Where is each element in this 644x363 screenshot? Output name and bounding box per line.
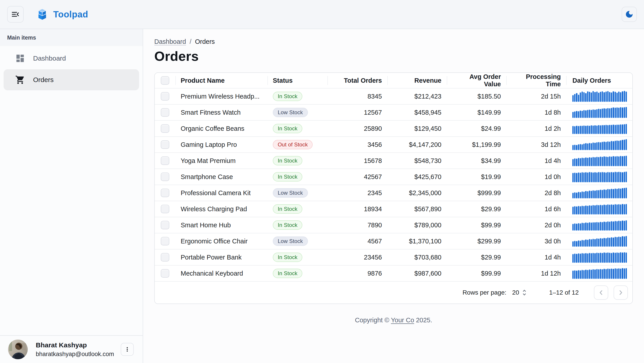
table-header-row: Product Name Status Total Orders Revenue…: [155, 73, 632, 88]
table-row[interactable]: Ergonomic Office Chair Low Stock 4567 $1…: [155, 233, 632, 249]
row-checkbox[interactable]: [161, 253, 169, 262]
sidebar-item-dashboard[interactable]: Dashboard: [4, 48, 139, 69]
product-name-cell: Portable Power Bank: [181, 254, 242, 261]
table-row[interactable]: Organic Coffee Beans In Stock 25890 $129…: [155, 120, 632, 136]
processing-time-cell: 1d 6h: [506, 201, 566, 217]
table-row[interactable]: Mechanical Keyboard In Stock 9876 $987,6…: [155, 265, 632, 281]
row-checkbox[interactable]: [161, 189, 169, 197]
product-name-cell: Yoga Mat Premium: [181, 157, 236, 165]
processing-time-cell: 1d 12h: [506, 266, 566, 281]
theme-toggle-button[interactable]: [622, 7, 637, 22]
row-checkbox[interactable]: [161, 237, 169, 245]
avg-order-value-cell: $29.99: [447, 249, 506, 265]
status-label: In Stock: [278, 270, 298, 277]
table-row[interactable]: Gaming Laptop Pro Out of Stock 3456 $4,1…: [155, 136, 632, 152]
table-row[interactable]: Premium Wireless Headp... In Stock 8345 …: [155, 88, 632, 104]
status-label: Low Stock: [278, 109, 303, 116]
processing-time-cell: 1d 4h: [506, 153, 566, 169]
app-bar: Toolpad: [0, 0, 644, 29]
sidebar-item-label: Dashboard: [33, 54, 66, 62]
column-header-product-name[interactable]: Product Name: [175, 73, 268, 88]
revenue-cell: $987,600: [387, 266, 447, 281]
status-label: In Stock: [278, 254, 298, 260]
total-orders-cell: 15678: [327, 153, 387, 169]
status-badge: In Stock: [273, 220, 302, 230]
column-header-processing-time[interactable]: Processing Time: [506, 73, 566, 88]
total-orders-cell: 3456: [327, 137, 387, 152]
total-orders-cell: 18934: [327, 201, 387, 217]
daily-orders-sparkline: [572, 91, 627, 102]
status-badge: Low Stock: [273, 188, 308, 198]
processing-time-cell: 2d 8h: [506, 185, 566, 201]
column-header-daily-orders[interactable]: Daily Orders: [566, 73, 633, 88]
breadcrumb-current: Orders: [195, 38, 215, 45]
row-checkbox[interactable]: [161, 269, 169, 278]
processing-time-cell: 2d 0h: [506, 217, 566, 233]
brand[interactable]: Toolpad: [36, 8, 88, 21]
sidebar: Main items Dashboard Orders: [0, 29, 143, 363]
table-row[interactable]: Smartphone Case In Stock 42567 $425,670 …: [155, 169, 632, 185]
table-row[interactable]: Wireless Charging Pad In Stock 18934 $56…: [155, 201, 632, 217]
avg-order-value-cell: $149.99: [447, 105, 506, 120]
daily-orders-sparkline: [572, 220, 627, 230]
avg-order-value-cell: $19.99: [447, 169, 506, 185]
row-checkbox[interactable]: [161, 124, 169, 133]
previous-page-button[interactable]: [594, 286, 608, 300]
avg-order-value-cell: $34.99: [447, 153, 506, 169]
avatar[interactable]: [8, 340, 28, 359]
chevron-right-icon: [617, 289, 624, 296]
select-all-checkbox[interactable]: [161, 76, 169, 85]
row-checkbox[interactable]: [161, 205, 169, 213]
copyright-prefix: Copyright ©: [355, 317, 391, 324]
row-checkbox[interactable]: [161, 92, 169, 101]
status-label: In Stock: [278, 174, 298, 180]
product-name-cell: Smartphone Case: [181, 173, 233, 181]
revenue-cell: $548,730: [387, 153, 447, 169]
status-badge: In Stock: [273, 172, 302, 181]
collapse-sidebar-button[interactable]: [7, 6, 24, 22]
breadcrumb-link-dashboard[interactable]: Dashboard: [154, 38, 186, 45]
status-badge: In Stock: [273, 269, 302, 278]
product-name-cell: Organic Coffee Beans: [181, 125, 244, 132]
row-checkbox[interactable]: [161, 221, 169, 229]
processing-time-cell: 3d 0h: [506, 233, 566, 249]
processing-time-cell: 1d 2h: [506, 121, 566, 136]
daily-orders-sparkline: [572, 171, 627, 182]
sidebar-nav: Dashboard Orders: [0, 46, 143, 90]
daily-orders-sparkline: [572, 204, 627, 214]
table-row[interactable]: Portable Power Bank In Stock 23456 $703,…: [155, 249, 632, 265]
revenue-cell: $1,370,100: [387, 233, 447, 249]
table-row[interactable]: Smart Home Hub In Stock 7890 $789,000 $9…: [155, 217, 632, 233]
page-title: Orders: [154, 48, 633, 64]
rows-per-page-select[interactable]: 20: [512, 289, 528, 296]
avg-order-value-cell: $185.50: [447, 88, 506, 104]
row-checkbox[interactable]: [161, 140, 169, 149]
next-page-button[interactable]: [614, 286, 628, 300]
column-header-total-orders[interactable]: Total Orders: [327, 73, 387, 88]
row-checkbox[interactable]: [161, 108, 169, 117]
table-row[interactable]: Professional Camera Kit Low Stock 2345 $…: [155, 185, 632, 201]
row-checkbox[interactable]: [161, 156, 169, 165]
sidebar-item-orders[interactable]: Orders: [4, 69, 139, 90]
status-label: In Stock: [278, 125, 298, 132]
select-caret-icon: [521, 289, 528, 296]
table-row[interactable]: Yoga Mat Premium In Stock 15678 $548,730…: [155, 152, 632, 169]
daily-orders-sparkline: [572, 139, 627, 150]
user-menu-button[interactable]: [121, 343, 134, 356]
row-checkbox[interactable]: [161, 173, 169, 181]
revenue-cell: $4,147,200: [387, 137, 447, 152]
revenue-cell: $789,000: [387, 217, 447, 233]
user-name: Bharat Kashyap: [36, 341, 121, 349]
company-link[interactable]: Your Co: [391, 317, 414, 324]
status-badge: Low Stock: [273, 108, 308, 117]
processing-time-cell: 1d 4h: [506, 249, 566, 265]
chevron-left-icon: [597, 289, 605, 296]
status-label: In Stock: [278, 93, 298, 99]
column-header-revenue[interactable]: Revenue: [387, 73, 447, 88]
total-orders-cell: 4567: [327, 233, 387, 249]
total-orders-cell: 12567: [327, 105, 387, 120]
column-header-avg-order-value[interactable]: Avg Order Value: [447, 73, 506, 88]
table-row[interactable]: Smart Fitness Watch Low Stock 12567 $458…: [155, 104, 632, 120]
column-header-status[interactable]: Status: [268, 73, 327, 88]
copyright-suffix: 2025.: [414, 317, 432, 324]
